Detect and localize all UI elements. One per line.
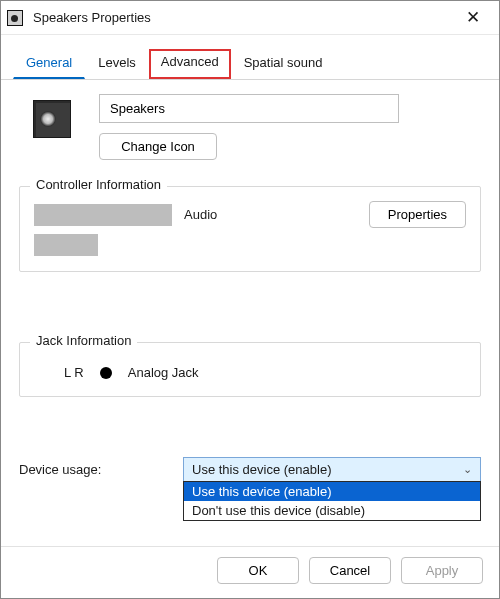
device-usage-row: Device usage: Use this device (enable) ⌄…: [19, 457, 481, 482]
titlebar: Speakers Properties ✕: [1, 1, 499, 35]
device-icon: [33, 100, 71, 138]
jack-info-title: Jack Information: [30, 333, 137, 348]
combobox-option-disable[interactable]: Don't use this device (disable): [184, 501, 480, 520]
device-usage-combobox[interactable]: Use this device (enable) ⌄ Use this devi…: [183, 457, 481, 482]
device-usage-label: Device usage:: [19, 457, 159, 477]
tab-content-general: Change Icon Controller Information Audio…: [1, 80, 499, 546]
device-name-input[interactable]: [99, 94, 399, 123]
combobox-option-enable[interactable]: Use this device (enable): [184, 482, 480, 501]
jack-info-group: Jack Information L R Analog Jack: [19, 342, 481, 397]
combobox-display[interactable]: Use this device (enable) ⌄: [183, 457, 481, 482]
tab-levels[interactable]: Levels: [85, 49, 149, 79]
controller-vendor-redacted: [34, 234, 98, 256]
jack-color-dot: [100, 367, 112, 379]
change-icon-button[interactable]: Change Icon: [99, 133, 217, 160]
close-button[interactable]: ✕: [453, 5, 493, 30]
tab-bar: General Levels Advanced Spatial sound: [1, 35, 499, 80]
apply-button[interactable]: Apply: [401, 557, 483, 584]
combobox-dropdown: Use this device (enable) Don't use this …: [183, 481, 481, 521]
device-column: Change Icon: [99, 94, 481, 160]
jack-row: L R Analog Jack: [34, 357, 466, 384]
chevron-down-icon: ⌄: [463, 463, 472, 476]
jack-type-label: Analog Jack: [128, 365, 199, 380]
controller-suffix: Audio: [184, 207, 217, 222]
window-title: Speakers Properties: [33, 10, 151, 25]
controller-properties-button[interactable]: Properties: [369, 201, 466, 228]
footer-buttons: OK Cancel Apply: [1, 546, 499, 598]
tab-advanced[interactable]: Advanced: [149, 49, 231, 79]
tab-spatial[interactable]: Spatial sound: [231, 49, 336, 79]
controller-info-title: Controller Information: [30, 177, 167, 192]
jack-lr-label: L R: [64, 365, 84, 380]
controller-row-2: [34, 228, 466, 259]
ok-button[interactable]: OK: [217, 557, 299, 584]
speaker-icon: [7, 10, 23, 26]
tab-general[interactable]: General: [13, 49, 85, 79]
combobox-selected-text: Use this device (enable): [192, 462, 331, 477]
controller-info-group: Controller Information Audio Properties: [19, 186, 481, 272]
controller-name-redacted: [34, 204, 172, 226]
cancel-button[interactable]: Cancel: [309, 557, 391, 584]
device-row: Change Icon: [19, 94, 481, 160]
properties-window: Speakers Properties ✕ General Levels Adv…: [0, 0, 500, 599]
close-icon: ✕: [466, 8, 480, 27]
controller-row-1: Audio Properties: [34, 201, 466, 228]
